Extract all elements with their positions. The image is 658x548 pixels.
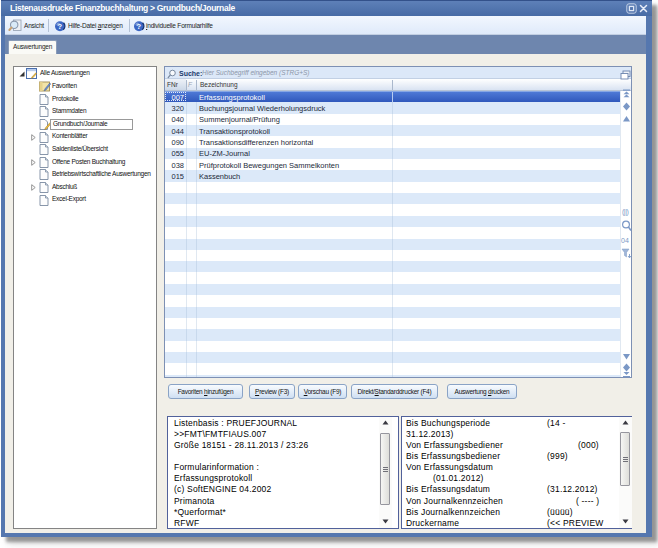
svg-text:?: ? [58, 22, 63, 31]
svg-text:?: ? [137, 22, 142, 31]
